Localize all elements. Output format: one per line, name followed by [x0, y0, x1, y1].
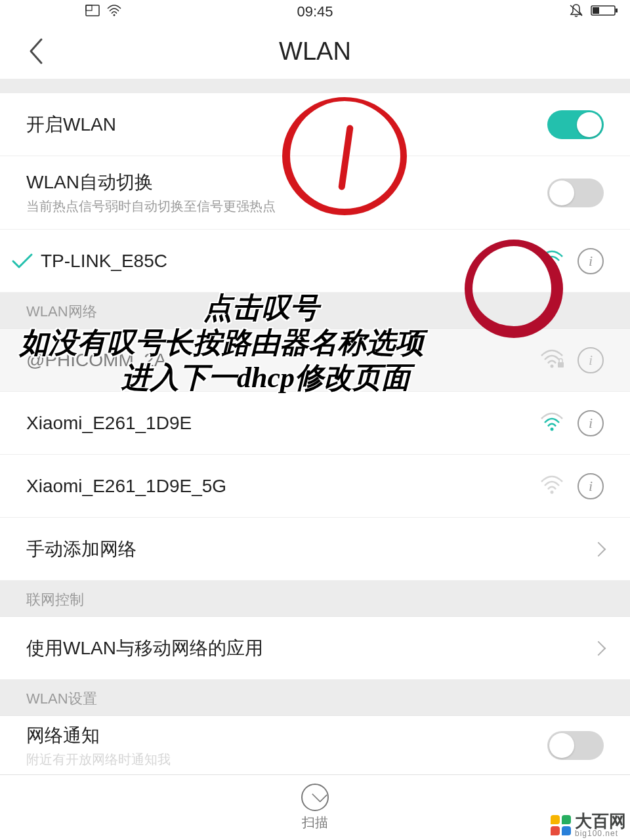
- notify-sub: 附近有开放网络时通知我: [26, 751, 547, 768]
- info-icon[interactable]: i: [578, 473, 604, 499]
- info-icon[interactable]: i: [578, 248, 604, 274]
- scan-label[interactable]: 扫描: [302, 814, 328, 831]
- auto-switch-sub: 当前热点信号弱时自动切换至信号更强热点: [26, 198, 547, 215]
- mute-icon: [568, 3, 584, 21]
- wifi-signal-icon: [539, 412, 564, 434]
- wlan-toggle-row[interactable]: 开启WLAN: [0, 93, 630, 156]
- svg-point-8: [551, 364, 554, 368]
- control-section-header: 联网控制: [0, 581, 630, 617]
- chevron-right-icon: [591, 541, 606, 556]
- chevron-right-icon: [591, 640, 606, 656]
- network-name: @PHICOMM_2A: [26, 350, 539, 371]
- auto-switch-label: WLAN自动切换: [26, 170, 547, 195]
- svg-point-7: [551, 265, 554, 268]
- networks-section-header: WLAN网络: [0, 293, 630, 329]
- manual-add-label: 手动添加网络: [26, 537, 593, 562]
- scan-icon[interactable]: [301, 784, 329, 811]
- wlan-toggle-label: 开启WLAN: [26, 112, 547, 137]
- wlan-toggle[interactable]: [547, 110, 604, 139]
- svg-point-2: [114, 14, 116, 16]
- back-button[interactable]: [20, 35, 51, 67]
- wifi-signal-icon: [539, 475, 564, 497]
- chevron-left-icon: [27, 37, 44, 66]
- svg-point-10: [551, 427, 554, 430]
- info-icon[interactable]: i: [578, 410, 604, 436]
- svg-rect-9: [558, 362, 564, 368]
- network-name: Xiaomi_E261_1D9E_5G: [26, 476, 539, 497]
- network-notify-row[interactable]: 网络通知 附近有开放网络时通知我: [0, 716, 630, 775]
- status-time: 09:45: [297, 3, 333, 20]
- app-network-row[interactable]: 使用WLAN与移动网络的应用: [0, 617, 630, 680]
- bottom-bar: 扫描: [0, 774, 630, 840]
- svg-rect-6: [616, 9, 618, 12]
- auto-switch-toggle[interactable]: [547, 178, 604, 207]
- network-name: Xiaomi_E261_1D9E: [26, 413, 539, 434]
- watermark: 大百网 big100.net: [551, 812, 626, 837]
- notify-toggle[interactable]: [547, 731, 604, 760]
- watermark-text: 大百网: [575, 812, 626, 830]
- info-icon[interactable]: i: [578, 347, 604, 373]
- status-bar: 09:45: [0, 0, 630, 24]
- wifi-status-icon: [106, 5, 122, 20]
- app-network-label: 使用WLAN与移动网络的应用: [26, 636, 593, 661]
- network-row[interactable]: Xiaomi_E261_1D9E_5G i: [0, 455, 630, 518]
- svg-point-11: [551, 490, 554, 494]
- page-title: WLAN: [279, 37, 351, 66]
- connected-network-name: TP-LINK_E85C: [41, 251, 539, 272]
- window-icon: [85, 5, 100, 20]
- notify-label: 网络通知: [26, 723, 547, 748]
- settings-section-header: WLAN设置: [0, 680, 630, 716]
- network-row[interactable]: @PHICOMM_2A i: [0, 329, 630, 392]
- checkmark-icon: [8, 247, 37, 276]
- svg-rect-1: [86, 5, 92, 10]
- watermark-logo-icon: [551, 815, 571, 835]
- network-row[interactable]: Xiaomi_E261_1D9E i: [0, 392, 630, 455]
- battery-icon: [591, 5, 618, 20]
- auto-switch-row[interactable]: WLAN自动切换 当前热点信号弱时自动切换至信号更强热点: [0, 156, 630, 230]
- svg-rect-5: [593, 7, 599, 14]
- wifi-signal-icon: [539, 250, 564, 272]
- nav-bar: WLAN: [0, 24, 630, 79]
- connected-network-row[interactable]: TP-LINK_E85C i: [0, 230, 630, 293]
- manual-add-row[interactable]: 手动添加网络: [0, 518, 630, 581]
- watermark-url: big100.net: [575, 830, 626, 837]
- wifi-lock-icon: [539, 349, 564, 371]
